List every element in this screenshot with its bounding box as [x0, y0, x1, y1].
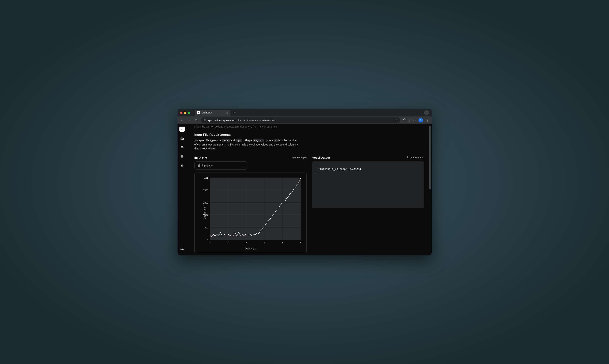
svg-point-14	[182, 249, 183, 250]
io-columns: Input File Get Example input.npy	[194, 156, 424, 253]
filetype-pt: .pt	[235, 139, 242, 142]
profile-avatar[interactable]: J	[418, 118, 423, 122]
svg-rect-2	[204, 120, 205, 121]
app-sidebar	[178, 124, 187, 255]
x-tick: 0	[209, 241, 210, 244]
requirements-title: Input File Requirements	[194, 133, 424, 137]
svg-rect-11	[181, 165, 182, 166]
input-column: Input File Get Example input.npy	[194, 156, 307, 253]
plot-area[interactable]	[210, 178, 301, 240]
chart-container: Current (a.u.) Voltage (V) 024681000.002…	[194, 172, 307, 253]
chart-ylabel: Current (a.u.)	[203, 206, 206, 219]
browser-window: Conductor ✕ + ← → ⟳ app.conductorquantum…	[178, 109, 432, 255]
window-minimize[interactable]	[184, 112, 186, 114]
shape-pill: (n, 2)	[253, 139, 264, 142]
download-icon	[289, 156, 291, 159]
svg-rect-3	[205, 119, 206, 121]
favicon	[197, 111, 200, 114]
url-host: app.conductorquantum.com/	[208, 119, 239, 122]
address-bar: ← → ⟳ app.conductorquantum.com/models/tu…	[178, 117, 432, 124]
model-output-heading: Model Output	[312, 156, 330, 159]
forward-button[interactable]: →	[187, 118, 192, 122]
app-logo[interactable]	[180, 127, 185, 132]
get-example-output-button[interactable]: Get Example	[406, 156, 424, 159]
x-tick: 6	[264, 241, 265, 244]
model-description-partial: Finds the turn-on voltage of a quantum d…	[194, 125, 424, 128]
y-tick: 0.01	[196, 177, 208, 179]
input-file-chip[interactable]: input.npy ✕	[194, 161, 247, 170]
site-info-icon[interactable]	[203, 119, 206, 122]
input-file-heading: Input File	[194, 156, 207, 159]
avatar-initial: J	[420, 119, 421, 121]
extensions-icon[interactable]	[402, 118, 407, 122]
requirements-description: Accepted file types are .npy and .pt . S…	[194, 139, 299, 151]
downloads-icon[interactable]	[412, 118, 417, 122]
atom-icon[interactable]	[180, 154, 185, 159]
robot-icon[interactable]	[180, 144, 185, 150]
scrollbar-thumb[interactable]	[429, 126, 431, 190]
tab-title: Conductor	[202, 111, 224, 114]
file-icon	[197, 164, 200, 167]
x-tick: 4	[246, 241, 247, 244]
traffic-lights	[180, 112, 190, 114]
tab-close-icon[interactable]: ✕	[226, 111, 228, 114]
window-close[interactable]	[180, 112, 182, 114]
y-tick: 0.002	[196, 227, 208, 229]
output-column: Model Output Get Example { "threshold_vo…	[312, 156, 424, 253]
gear-icon[interactable]	[180, 247, 185, 252]
svg-rect-4	[181, 147, 183, 148]
x-tick: 2	[227, 241, 229, 244]
chart-xlabel: Voltage (V)	[195, 247, 306, 250]
url-path: models/turn-on-parameter-extractor	[239, 119, 277, 122]
tab-strip: Conductor ✕ +	[178, 109, 432, 117]
y-tick: 0.004	[196, 214, 208, 216]
new-tab-button[interactable]: +	[232, 111, 238, 115]
x-tick: 10	[300, 241, 302, 244]
svg-point-6	[182, 147, 183, 148]
get-example-input-button[interactable]: Get Example	[289, 156, 306, 159]
main-panel: Finds the turn-on voltage of a quantum d…	[187, 124, 432, 255]
download-icon	[406, 156, 409, 159]
bookmark-icon[interactable]: ☆	[395, 119, 398, 122]
input-file-name: input.npy	[202, 164, 213, 167]
x-tick: 8	[282, 241, 283, 244]
y-tick: 0	[196, 239, 208, 241]
svg-point-10	[182, 156, 182, 156]
svg-rect-1	[204, 120, 205, 120]
svg-rect-0	[204, 119, 205, 120]
browser-tab[interactable]: Conductor ✕	[195, 110, 230, 116]
back-button[interactable]: ←	[180, 118, 185, 122]
y-tick: 0.006	[196, 202, 208, 204]
chart-icon[interactable]	[180, 163, 185, 168]
reload-button[interactable]: ⟳	[194, 118, 199, 122]
url-field[interactable]: app.conductorquantum.com/models/turn-on-…	[201, 117, 401, 123]
model-output-json[interactable]: { "threshold_voltage": 5.25253 }	[312, 161, 424, 208]
window-maximize[interactable]	[188, 112, 190, 114]
n-pill: n	[274, 139, 278, 142]
svg-point-5	[181, 147, 182, 148]
svg-rect-13	[183, 166, 183, 166]
filetype-npy: .npy	[222, 139, 230, 142]
y-tick: 0.008	[196, 189, 208, 191]
browser-menu-icon[interactable]: ⋮	[425, 118, 430, 122]
clear-file-icon[interactable]: ✕	[242, 164, 244, 167]
home-icon[interactable]	[180, 136, 185, 141]
app-content: Finds the turn-on voltage of a quantum d…	[178, 124, 432, 255]
svg-rect-12	[182, 165, 183, 166]
tab-list-button[interactable]	[424, 110, 429, 115]
